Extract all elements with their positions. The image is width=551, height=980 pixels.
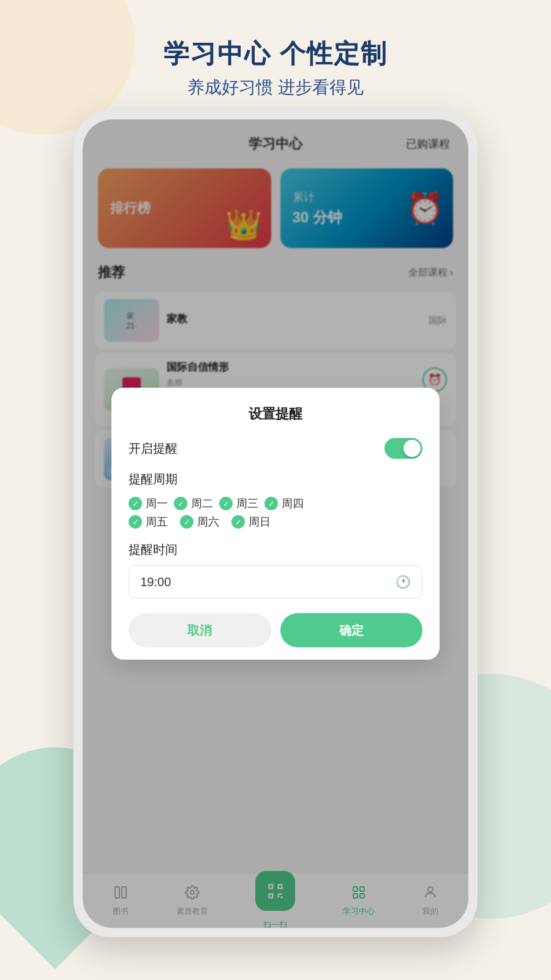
day-check-fri: ✓: [129, 515, 142, 529]
time-section: 提醒时间 19:00 🕐: [129, 541, 422, 598]
time-label: 提醒时间: [129, 541, 422, 558]
days-title: 提醒周期: [129, 471, 422, 488]
toggle-switch[interactable]: [384, 438, 422, 459]
day-chip-fri[interactable]: ✓ 周五: [129, 514, 168, 529]
toggle-row: 开启提醒: [129, 438, 422, 459]
modal-buttons: 取消 确定: [129, 613, 422, 647]
time-input-box[interactable]: 19:00 🕐: [129, 565, 422, 598]
day-chip-tue[interactable]: ✓ 周二: [174, 496, 213, 511]
day-check-sun: ✓: [231, 515, 245, 529]
day-check-thu: ✓: [264, 497, 278, 510]
day-label-wed: 周三: [236, 496, 258, 511]
modal-box: 设置提醒 开启提醒 提醒周期 ✓ 周: [111, 388, 440, 660]
day-chip-mon[interactable]: ✓ 周一: [129, 496, 168, 511]
modal-overlay: 设置提醒 开启提醒 提醒周期 ✓ 周: [83, 119, 468, 928]
day-chip-sat[interactable]: ✓ 周六: [180, 514, 219, 529]
day-label-sat: 周六: [197, 514, 219, 529]
day-chip-wed[interactable]: ✓ 周三: [219, 496, 258, 511]
day-label-tue: 周二: [191, 496, 213, 511]
days-row-1: ✓ 周一 ✓ 周二 ✓ 周三: [129, 496, 422, 511]
toggle-knob: [403, 440, 421, 457]
day-chip-thu[interactable]: ✓ 周四: [264, 496, 304, 511]
day-label-fri: 周五: [146, 514, 168, 529]
header-subtitle: 养成好习惯 进步看得见: [0, 76, 551, 99]
phone-inner: 学习中心 已购课程 排行榜 👑 累计 30 分钟 ⏰: [83, 119, 468, 928]
day-chip-sun[interactable]: ✓ 周日: [231, 514, 271, 529]
header-title: 学习中心 个性定制: [0, 37, 551, 71]
day-check-wed: ✓: [219, 497, 233, 510]
phone-frame: 学习中心 已购课程 排行榜 👑 累计 30 分钟 ⏰: [73, 110, 478, 937]
confirm-button[interactable]: 确定: [280, 613, 422, 647]
clock-icon: 🕐: [395, 575, 411, 589]
days-row-2: ✓ 周五 ✓ 周六 ✓ 周日: [129, 514, 422, 529]
cancel-button[interactable]: 取消: [129, 613, 271, 647]
days-section: 提醒周期 ✓ 周一 ✓ 周二 ✓: [129, 471, 422, 529]
day-check-sat: ✓: [180, 515, 193, 529]
day-check-tue: ✓: [174, 497, 187, 510]
day-label-sun: 周日: [249, 514, 271, 529]
modal-title: 设置提醒: [129, 405, 422, 423]
app-content: 学习中心 已购课程 排行榜 👑 累计 30 分钟 ⏰: [83, 119, 468, 928]
time-value: 19:00: [140, 575, 171, 589]
day-label-mon: 周一: [146, 496, 168, 511]
header-section: 学习中心 个性定制 养成好习惯 进步看得见: [0, 37, 551, 99]
day-check-mon: ✓: [129, 497, 142, 510]
toggle-label: 开启提醒: [129, 440, 178, 457]
day-label-thu: 周四: [282, 496, 304, 511]
